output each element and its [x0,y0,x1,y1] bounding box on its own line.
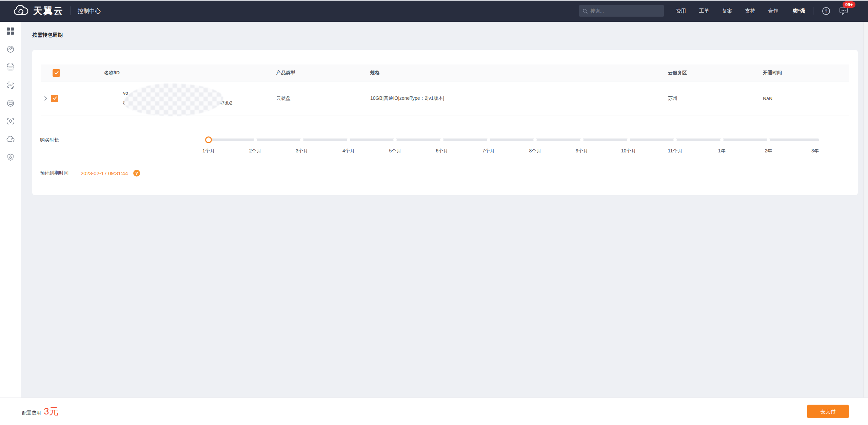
slider-dot[interactable] [580,138,584,142]
nav-link-合作[interactable]: 合作 [762,8,785,14]
search-input[interactable] [590,8,660,14]
dashboard-meter-icon [6,45,15,53]
sidebar-item-cloud-server[interactable] [6,63,15,71]
brand[interactable]: 天翼云 [0,5,64,17]
slider-tick-2年[interactable]: 2年 [765,148,772,154]
search-box[interactable] [579,5,664,17]
slider-track[interactable] [206,138,819,141]
slider-dot[interactable] [393,138,397,142]
expiry-help-icon[interactable]: ? [133,170,140,177]
sidebar-item-security[interactable] [6,153,15,161]
row-expander[interactable] [44,96,47,101]
nav-link-工单[interactable]: 工单 [692,8,715,14]
scrollbar[interactable] [863,22,868,398]
slider-dot[interactable] [440,138,443,142]
slider-tick-11个月[interactable]: 11个月 [668,148,683,154]
slider-dot[interactable] [533,138,537,142]
order-card: 名称/ID 产品类型 规格 云服务区 开通时间 v [32,50,858,195]
help-button[interactable]: ? [822,7,830,15]
sidebar-item-console[interactable] [6,99,15,107]
slider-tick-3个月[interactable]: 3个月 [296,148,308,154]
top-nav: 天翼云 控制中心 费用工单备案支持合作 窦*强 ? [0,0,868,22]
notification-badge: 99+ [843,1,855,8]
nav-link-支持[interactable]: 支持 [738,8,762,14]
slider-tick-1年[interactable]: 1年 [718,148,726,154]
sidebar-item-dashboard[interactable] [6,45,15,53]
brand-name: 天翼云 [33,5,64,17]
svg-text:?: ? [825,8,828,14]
slider-tick-9个月[interactable]: 9个月 [576,148,588,154]
cost: 配置费用 3元 [22,405,59,418]
row-cell-name-id: vo 8b 47db2 [102,81,268,115]
focus-scaling-icon [6,117,15,125]
header-cell-spec: 规格 [361,70,658,76]
page-title: 按需转包周期 [32,32,63,38]
row-cell-open-time: NaN [753,96,849,101]
help-icon: ? [822,7,830,15]
duration-slider[interactable]: 1个月2个月3个月4个月5个月6个月7个月8个月9个月10个月11个月1年2年3… [209,132,815,158]
username[interactable]: 窦*强 [793,8,805,14]
messages-button[interactable]: 99+ [839,6,848,15]
table-header-row: 名称/ID 产品类型 规格 云服务区 开通时间 [41,64,849,81]
cloud-server-icon [6,63,15,71]
slider-dot[interactable] [673,138,677,142]
security-shield-icon [6,153,15,161]
table-row: vo 8b 47db2 云硬盘 10GB|普通IO|zoneType：2|v1版… [41,81,849,115]
slider-tick-8个月[interactable]: 8个月 [529,148,541,154]
nav-divider-2 [813,7,813,15]
select-all-checkbox[interactable] [53,69,60,77]
browser-window-icon [6,99,15,107]
nav-links: 费用工单备案支持合作 [669,8,785,14]
slider-dot[interactable] [720,138,724,142]
slider-tick-10个月[interactable]: 10个月 [621,148,636,154]
expiry-value: 2023-02-17 09:31:44 [81,170,128,176]
header-cell-region: 云服务区 [658,70,753,76]
header-cell-product-type: 产品类型 [268,70,361,76]
resource-name: vo [123,90,128,96]
screen: 天翼云 控制中心 费用工单备案支持合作 窦*强 ? [0,0,868,425]
header-cell-select [41,69,102,77]
footer-bar: 配置费用 3元 去支付 [0,398,868,425]
sidebar-item-cloud-backup[interactable] [6,135,15,143]
slider-dot[interactable] [300,138,303,142]
slider-tick-1个月[interactable]: 1个月 [202,148,215,154]
cost-value: 3元 [44,405,59,418]
cloud-backup-icon [6,135,15,143]
row-cell-region: 苏州 [658,95,753,101]
ctyun-cloud-logo-icon [12,5,29,17]
pay-button[interactable]: 去支付 [807,405,849,418]
sidebar-item-vpc[interactable]: VPC [6,81,15,89]
row-cell-spec: 10GB|普通IO|zoneType：2|v1版本| [361,95,658,101]
nav-right: 费用工单备案支持合作 窦*强 ? 99+ [579,5,868,17]
nav-link-费用[interactable]: 费用 [669,8,692,14]
expiry-label: 预计到期时间 [40,170,68,176]
slider-dot[interactable] [347,138,350,142]
redaction-blur [124,84,223,116]
search-icon [583,8,588,14]
slider-tick-4个月[interactable]: 4个月 [342,148,355,154]
slider-handle[interactable] [205,136,212,143]
left-sidebar: VPC [0,22,21,425]
header-cell-name-id: 名称/ID [102,70,268,76]
slider-dot[interactable] [767,138,770,142]
slider-dot[interactable] [627,138,630,142]
slider-tick-7个月[interactable]: 7个月 [482,148,495,154]
slider-tick-6个月[interactable]: 6个月 [436,148,448,154]
check-icon [53,96,57,100]
svg-text:VPC: VPC [8,84,13,86]
slider-tick-2个月[interactable]: 2个月 [249,148,261,154]
cost-label: 配置费用 [22,410,41,416]
row-cell-select [41,95,102,102]
nav-link-备案[interactable]: 备案 [715,8,738,14]
slider-tick-3年[interactable]: 3年 [811,148,819,154]
row-checkbox[interactable] [51,95,58,102]
row-cell-product-type: 云硬盘 [268,95,361,101]
slider-dot[interactable] [254,138,257,142]
duration-label: 购买时长 [40,137,59,143]
slider-tick-5个月[interactable]: 5个月 [389,148,401,154]
slider-dot[interactable] [487,138,490,142]
check-icon [54,71,59,75]
sidebar-item-apps[interactable] [6,27,15,35]
expiry-row: 预计到期时间 2023-02-17 09:31:44 ? [40,170,140,177]
sidebar-item-scaling[interactable] [6,117,15,125]
